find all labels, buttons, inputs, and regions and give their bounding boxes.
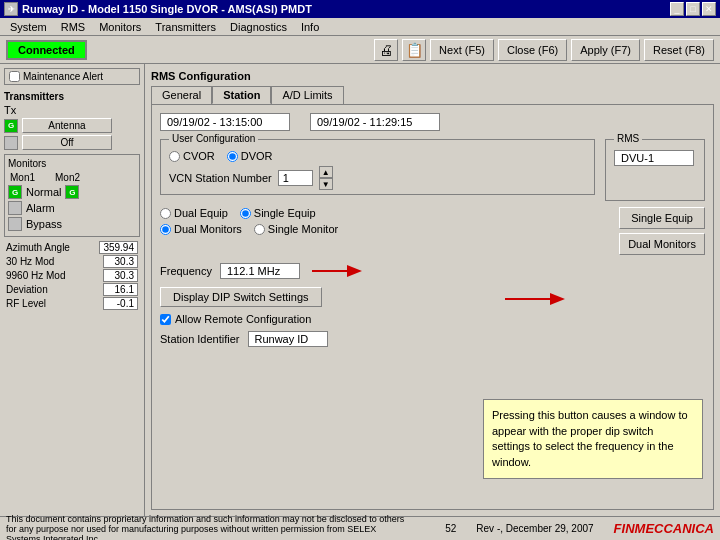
maintenance-alert-checkbox[interactable] xyxy=(9,71,20,82)
monitors-header: Monitors xyxy=(8,158,136,169)
equip-options: Dual Equip Single Equip Dual Monitors xyxy=(160,207,609,255)
page-number: 52 xyxy=(445,523,456,534)
dual-equip-label[interactable]: Dual Equip xyxy=(160,207,228,219)
tab-general[interactable]: General xyxy=(151,86,212,104)
frequency-row: Frequency xyxy=(160,261,705,281)
vcn-input[interactable] xyxy=(278,170,313,186)
config-groups-row: User Configuration CVOR DVOR VCN Station… xyxy=(160,139,705,201)
mon1-header: Mon1 xyxy=(10,172,35,183)
rms-value-field[interactable] xyxy=(614,150,694,166)
single-equip-label[interactable]: Single Equip xyxy=(240,207,316,219)
status-left-text: This document contains proprietary infor… xyxy=(6,514,406,541)
deviation-label: Deviation xyxy=(6,284,48,295)
datetime-row xyxy=(160,113,705,131)
9960hz-label: 9960 Hz Mod xyxy=(6,270,65,281)
minimize-button[interactable]: _ xyxy=(670,2,684,16)
cvor-radio-label[interactable]: CVOR xyxy=(169,150,215,162)
dual-monitors-button[interactable]: Dual Monitors xyxy=(619,233,705,255)
antenna-button[interactable]: Antenna xyxy=(22,118,112,133)
finmeccanica-logo: FINMECCANICA xyxy=(614,521,714,536)
menu-rms[interactable]: RMS xyxy=(55,20,91,34)
status-right: 52 Rev -, December 29, 2007 FINMECCANICA xyxy=(445,521,714,536)
alarm-row: Alarm xyxy=(8,201,136,215)
tx-green-indicator: G xyxy=(4,119,18,133)
close-window-button[interactable]: ✕ xyxy=(702,2,716,16)
tab-ad-limits[interactable]: A/D Limits xyxy=(271,86,343,104)
tab-station[interactable]: Station xyxy=(212,86,271,104)
vcn-row: VCN Station Number ▲ ▼ xyxy=(169,166,586,190)
monitor-col-headers: Mon1 Mon2 xyxy=(8,172,136,183)
station-id-input[interactable] xyxy=(248,331,328,347)
maximize-button[interactable]: □ xyxy=(686,2,700,16)
alarm-indicator xyxy=(8,201,22,215)
dual-equip-radio[interactable] xyxy=(160,208,171,219)
transmitters-label: Transmitters xyxy=(4,91,140,102)
frequency-input[interactable] xyxy=(220,263,300,279)
connected-button[interactable]: Connected xyxy=(6,40,87,60)
menu-monitors[interactable]: Monitors xyxy=(93,20,147,34)
allow-remote-checkbox[interactable] xyxy=(160,314,171,325)
antenna-row: G Antenna xyxy=(4,118,140,133)
monitor-radio-row: Dual Monitors Single Monitor xyxy=(160,223,609,235)
dip-switch-area: Display DIP Switch Settings xyxy=(160,287,705,307)
normal-label: Normal xyxy=(26,186,61,198)
reset-button[interactable]: Reset (F8) xyxy=(644,39,714,61)
apply-button[interactable]: Apply (F7) xyxy=(571,39,640,61)
dip-switch-button[interactable]: Display DIP Switch Settings xyxy=(160,287,322,307)
datetime2-field[interactable] xyxy=(310,113,440,131)
menu-system[interactable]: System xyxy=(4,20,53,34)
frequency-label: Frequency xyxy=(160,265,212,277)
bypass-row: Bypass xyxy=(8,217,136,231)
frequency-area: Frequency xyxy=(160,261,705,281)
next-button[interactable]: Next (F5) xyxy=(430,39,494,61)
title-bar: ✈ Runway ID - Model 1150 Single DVOR - A… xyxy=(0,0,720,18)
dual-monitors-radio[interactable] xyxy=(160,224,171,235)
callout-text: Pressing this button causes a window to … xyxy=(492,409,688,467)
rms-group: RMS xyxy=(605,139,705,201)
dvor-radio-label[interactable]: DVOR xyxy=(227,150,273,162)
single-equip-button[interactable]: Single Equip xyxy=(619,207,705,229)
vcn-down-button[interactable]: ▼ xyxy=(319,178,333,190)
dual-monitors-label[interactable]: Dual Monitors xyxy=(160,223,242,235)
equip-buttons: Single Equip Dual Monitors xyxy=(619,207,705,255)
30hz-label: 30 Hz Mod xyxy=(6,256,54,267)
right-panel: RMS Configuration General Station A/D Li… xyxy=(145,64,720,516)
dvor-radio[interactable] xyxy=(227,151,238,162)
allow-remote-label: Allow Remote Configuration xyxy=(175,313,311,325)
window-controls: _ □ ✕ xyxy=(670,2,716,16)
normal-row: G Normal G xyxy=(8,185,136,199)
single-equip-radio[interactable] xyxy=(240,208,251,219)
allow-remote-row: Allow Remote Configuration xyxy=(160,313,705,325)
close-button[interactable]: Close (F6) xyxy=(498,39,567,61)
rf-level-label: RF Level xyxy=(6,298,46,309)
copy-icon-button[interactable]: 📋 xyxy=(402,39,426,61)
bypass-label: Bypass xyxy=(26,218,62,230)
cvor-radio[interactable] xyxy=(169,151,180,162)
tx-label: Tx xyxy=(4,104,16,116)
toolbar: Connected 🖨 📋 Next (F5) Close (F6) Apply… xyxy=(0,36,720,64)
deviation-value: 16.1 xyxy=(103,283,138,296)
print-icon-button[interactable]: 🖨 xyxy=(374,39,398,61)
datetime1-field[interactable] xyxy=(160,113,290,131)
off-row: Off xyxy=(4,135,140,150)
dip-arrow-indicator xyxy=(505,289,565,309)
maintenance-alert-container: Maintenance Alert xyxy=(4,68,140,85)
9960hz-row: 9960 Hz Mod 30.3 xyxy=(4,269,140,282)
callout-tooltip: Pressing this button causes a window to … xyxy=(483,399,703,479)
menu-info[interactable]: Info xyxy=(295,20,325,34)
bypass-indicator xyxy=(8,217,22,231)
menu-transmitters[interactable]: Transmitters xyxy=(149,20,222,34)
station-id-label: Station Identifier xyxy=(160,333,240,345)
rf-level-value: -0.1 xyxy=(103,297,138,310)
single-monitor-radio[interactable] xyxy=(254,224,265,235)
azimuth-row: Azimuth Angle 359.94 xyxy=(4,241,140,254)
off-button[interactable]: Off xyxy=(22,135,112,150)
vcn-up-button[interactable]: ▲ xyxy=(319,166,333,178)
single-monitor-label[interactable]: Single Monitor xyxy=(254,223,338,235)
menu-diagnostics[interactable]: Diagnostics xyxy=(224,20,293,34)
maintenance-alert-label: Maintenance Alert xyxy=(23,71,103,82)
tx-gray-indicator xyxy=(4,136,18,150)
date-text: Rev -, December 29, 2007 xyxy=(476,523,593,534)
alarm-label: Alarm xyxy=(26,202,55,214)
left-panel: Maintenance Alert Transmitters Tx G Ante… xyxy=(0,64,145,516)
